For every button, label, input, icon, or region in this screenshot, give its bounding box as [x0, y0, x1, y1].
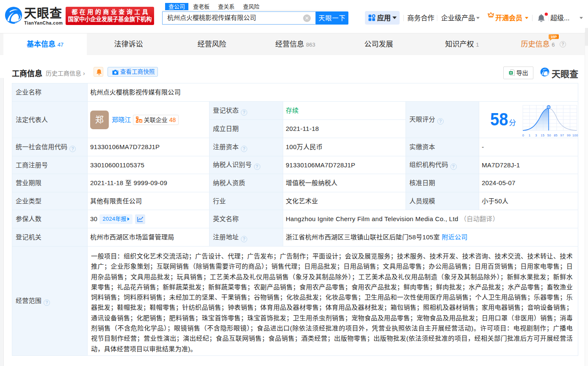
svg-text:3: 3 — [535, 133, 537, 137]
svg-text:100: 100 — [572, 133, 578, 137]
svg-text:50: 50 — [547, 133, 551, 137]
svg-text:1: 1 — [529, 133, 530, 137]
svg-text:97: 97 — [560, 133, 564, 137]
svg-text:VIP: VIP — [551, 35, 557, 39]
svg-text:0: 0 — [522, 133, 524, 137]
svg-text:15: 15 — [541, 133, 544, 137]
svg-text:99: 99 — [567, 133, 571, 137]
svg-text:85: 85 — [554, 133, 558, 137]
